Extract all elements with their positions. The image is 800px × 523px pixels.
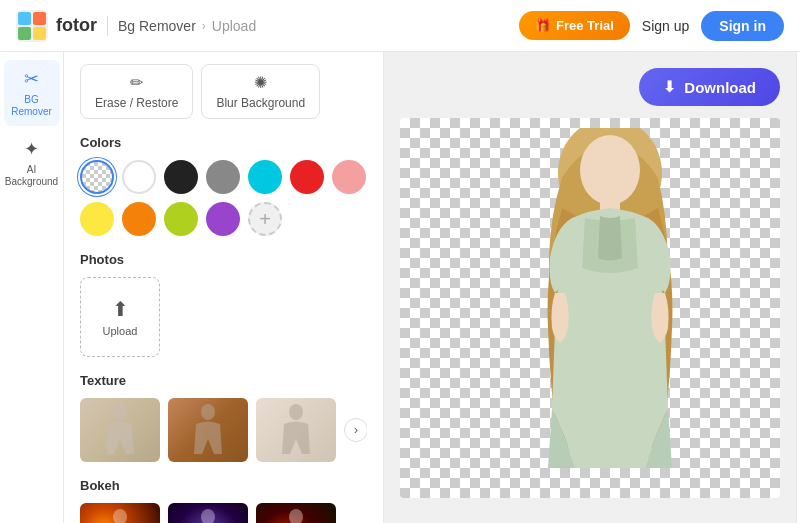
breadcrumb-arrow: ›: [202, 19, 206, 33]
logo-text: fotor: [56, 15, 97, 36]
tab-blur-background-label: Blur Background: [216, 96, 305, 110]
blur-icon: ✺: [254, 73, 267, 92]
color-lime[interactable]: [164, 202, 198, 236]
free-trial-button[interactable]: 🎁 Free Trial: [519, 11, 630, 40]
upload-icon: ⬆: [112, 297, 129, 321]
color-pink[interactable]: [332, 160, 366, 194]
gift-icon: 🎁: [535, 18, 551, 33]
person-silhouette-2: [188, 404, 228, 462]
header-divider: [107, 16, 108, 36]
app-header: fotor Bg Remover › Upload 🎁 Free Trial S…: [0, 0, 800, 52]
colors-grid: +: [80, 160, 367, 236]
svg-point-9: [201, 509, 215, 523]
person-silhouette-bokeh-1: [100, 509, 140, 523]
right-panel: + Upload Image: [796, 52, 800, 523]
bokeh-thumb-3[interactable]: [256, 503, 336, 523]
color-gray[interactable]: [206, 160, 240, 194]
canvas-area: ⬇ Download: [384, 52, 796, 523]
tool-sidebar: ✂ BGRemover ✦ AIBackground: [0, 52, 64, 523]
tool-ai-background[interactable]: ✦ AIBackground: [4, 130, 60, 196]
photos-section: Photos ⬆ Upload: [80, 252, 367, 357]
svg-rect-3: [18, 27, 31, 40]
svg-point-6: [201, 404, 215, 420]
svg-rect-2: [33, 12, 46, 25]
tool-bg-remover[interactable]: ✂ BGRemover: [4, 60, 60, 126]
color-purple[interactable]: [206, 202, 240, 236]
texture-thumbnails: ›: [80, 398, 367, 462]
texture-thumb-3[interactable]: [256, 398, 336, 462]
pencil-icon: ✏: [130, 73, 143, 92]
tab-blur-background[interactable]: ✺ Blur Background: [201, 64, 320, 119]
main-content: ✂ BGRemover ✦ AIBackground ✏ Erase / Res…: [0, 52, 800, 523]
scissors-icon: ✂: [24, 68, 39, 90]
tool-ai-background-label: AIBackground: [5, 164, 58, 188]
app-name-label: Bg Remover: [118, 18, 196, 34]
logo-area: fotor: [16, 10, 97, 42]
person-silhouette-bokeh-3: [276, 509, 316, 523]
bokeh-title: Bokeh: [80, 478, 367, 493]
svg-rect-4: [33, 27, 46, 40]
svg-rect-1: [18, 12, 31, 25]
svg-point-8: [113, 509, 127, 523]
color-cyan[interactable]: [248, 160, 282, 194]
tab-erase-restore[interactable]: ✏ Erase / Restore: [80, 64, 193, 119]
bokeh-thumb-1[interactable]: [80, 503, 160, 523]
color-orange[interactable]: [122, 202, 156, 236]
color-red[interactable]: [290, 160, 324, 194]
options-panel: ✏ Erase / Restore ✺ Blur Background Colo…: [64, 52, 384, 523]
svg-point-12: [580, 135, 640, 205]
colors-title: Colors: [80, 135, 367, 150]
color-transparent[interactable]: [80, 160, 114, 194]
signin-button[interactable]: Sign in: [701, 11, 784, 41]
download-label: Download: [684, 79, 756, 96]
free-trial-label: Free Trial: [556, 18, 614, 33]
texture-thumb-2[interactable]: [168, 398, 248, 462]
fotor-logo-icon: [16, 10, 48, 42]
person-silhouette-1: [100, 404, 140, 462]
person-silhouette-3: [276, 404, 316, 462]
color-yellow[interactable]: [80, 202, 114, 236]
download-icon: ⬇: [663, 78, 676, 96]
breadcrumb: Bg Remover › Upload: [118, 18, 256, 34]
signup-button[interactable]: Sign up: [642, 18, 689, 34]
bokeh-thumb-2[interactable]: [168, 503, 248, 523]
photos-title: Photos: [80, 252, 367, 267]
color-white[interactable]: [122, 160, 156, 194]
breadcrumb-upload: Upload: [212, 18, 256, 34]
canvas-wrapper: [400, 118, 780, 498]
color-black[interactable]: [164, 160, 198, 194]
sparkle-icon: ✦: [24, 138, 39, 160]
texture-next-button[interactable]: ›: [344, 418, 367, 442]
download-button[interactable]: ⬇ Download: [639, 68, 780, 106]
canvas-top-bar: ⬇ Download: [400, 68, 780, 106]
person-silhouette-bokeh-2: [188, 509, 228, 523]
woman-figure: [500, 128, 720, 498]
color-add-button[interactable]: +: [248, 202, 282, 236]
svg-point-7: [289, 404, 303, 420]
tab-erase-restore-label: Erase / Restore: [95, 96, 178, 110]
photos-upload-button[interactable]: ⬆ Upload: [80, 277, 160, 357]
tool-bg-remover-label: BGRemover: [11, 94, 52, 118]
texture-thumb-1[interactable]: [80, 398, 160, 462]
bokeh-thumbnails: ›: [80, 503, 367, 523]
photos-upload-label: Upload: [103, 325, 138, 337]
svg-point-10: [289, 509, 303, 523]
panel-tabs: ✏ Erase / Restore ✺ Blur Background: [80, 64, 367, 119]
texture-title: Texture: [80, 373, 367, 388]
svg-point-5: [113, 404, 127, 420]
header-right: 🎁 Free Trial Sign up Sign in: [519, 11, 784, 41]
